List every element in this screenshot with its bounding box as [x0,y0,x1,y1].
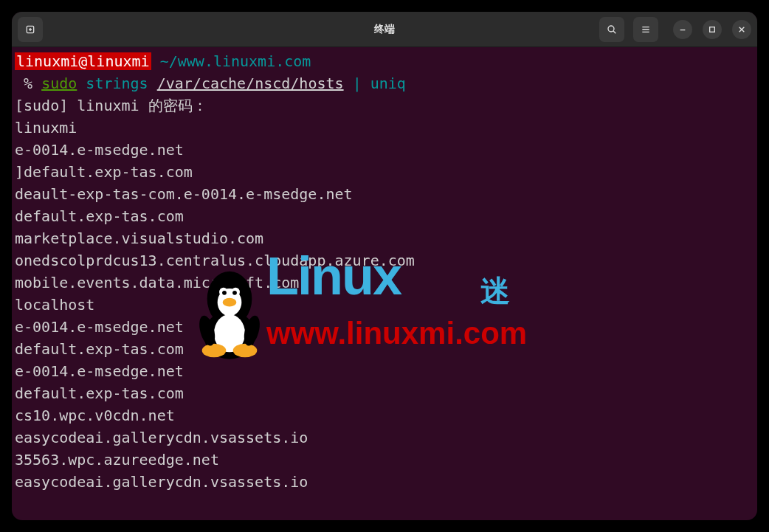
output-line: easycodeai.gallerycdn.vsassets.io [13,426,756,449]
output-line: default.exp-tas.com [13,205,756,227]
output-line: linuxmi [13,117,756,139]
svg-point-3 [608,26,614,32]
terminal-window: 终端 linuxmi@linuxmi ~/www.linuxmi [12,12,757,520]
output-line: onedscolprdcus13.centralus.cloudapp.azur… [13,249,756,272]
output-line: ]default.exp-tas.com [13,161,756,183]
terminal-output-area[interactable]: linuxmi@linuxmi ~/www.linuxmi.com % sudo… [12,47,757,520]
cmd-arg: /var/cache/nscd/hosts [157,75,344,92]
command-line: % sudo strings /var/cache/nscd/hosts | u… [13,72,756,94]
output-line: easycodeai.gallerycdn.vsassets.io [13,471,756,493]
window-title: 终端 [374,23,395,36]
output-line: e-0014.e-msedge.net [13,139,756,161]
output-line: [sudo] linuxmi 的密码： [13,94,756,117]
prompt-symbol: % [24,75,32,92]
output-line: e-0014.e-msedge.net [13,316,756,338]
menu-button[interactable] [633,17,658,42]
output-line: 35563.wpc.azureedge.net [13,449,756,471]
output-line: marketplace.visualstudio.com [13,227,756,249]
user-host: linuxmi@linuxmi [15,52,151,70]
output-line: localhost [13,294,756,316]
cmd-sudo: sudo [41,75,77,92]
prompt-line-1: linuxmi@linuxmi ~/www.linuxmi.com [13,50,756,72]
output-line: default.exp-tas.com [13,382,756,404]
search-button[interactable] [599,17,624,42]
current-path: ~/www.linuxmi.com [160,52,311,70]
svg-line-4 [613,31,615,33]
cmd-pipe: | [353,75,362,92]
output-line: e-0014.e-msedge.net [13,360,756,382]
output-line: default.exp-tas.com [13,338,756,360]
new-tab-button[interactable] [18,17,43,42]
svg-rect-9 [710,27,715,32]
minimize-button[interactable] [673,20,692,39]
cmd-uniq: uniq [370,75,406,92]
output-line: deault-exp-tas-com.e-0014.e-msedge.net [13,183,756,205]
cmd-strings: strings [86,75,148,92]
close-button[interactable] [732,20,751,39]
titlebar: 终端 [12,12,757,47]
maximize-button[interactable] [703,20,722,39]
output-line: cs10.wpc.v0cdn.net [13,404,756,426]
output-line: mobile.events.data.microsoft.com [13,272,756,294]
